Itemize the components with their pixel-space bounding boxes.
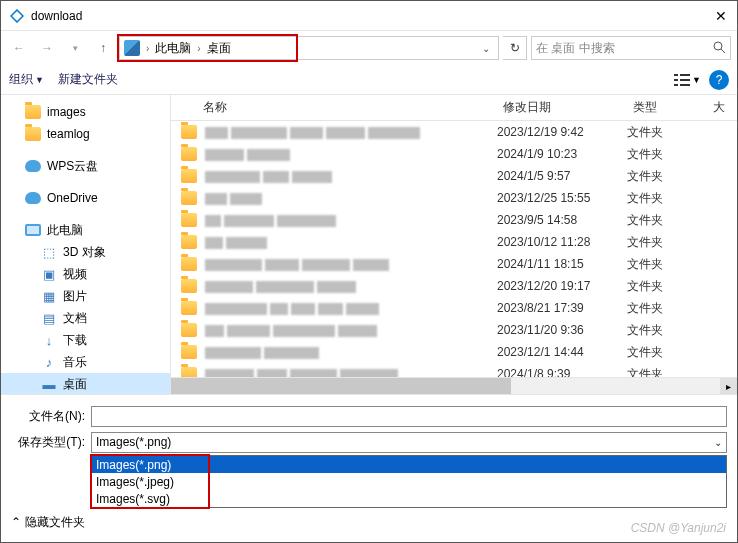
sidebar-item[interactable]: ▦图片 — [1, 285, 170, 307]
nav-icon: ▣ — [41, 266, 57, 282]
file-row[interactable]: 2023/12/25 15:55文件夹 — [171, 187, 737, 209]
file-row[interactable]: 2024/1/11 18:15文件夹 — [171, 253, 737, 275]
organize-button[interactable]: 组织 ▼ — [9, 71, 44, 88]
breadcrumb-current[interactable]: 桌面 — [207, 40, 231, 57]
file-row[interactable]: 2024/1/9 10:23文件夹 — [171, 143, 737, 165]
file-row[interactable]: 2023/10/12 11:28文件夹 — [171, 231, 737, 253]
filetype-option[interactable]: Images(*.png) — [92, 456, 726, 473]
sidebar-item[interactable]: ⬚3D 对象 — [1, 241, 170, 263]
filetype-dropdown[interactable]: Images(*.png)Images(*.jpeg)Images(*.svg) — [91, 455, 727, 508]
address-dropdown-button[interactable]: ⌄ — [478, 43, 494, 54]
address-bar[interactable]: › 此电脑 › 桌面 ⌄ — [119, 36, 499, 60]
header-type[interactable]: 类型 — [627, 99, 707, 116]
file-type: 文件夹 — [627, 212, 707, 229]
sidebar-item[interactable]: ▤文档 — [1, 307, 170, 329]
sidebar: imagesteamlogWPS云盘OneDrive此电脑⬚3D 对象▣视频▦图… — [1, 95, 171, 394]
filetype-combo[interactable]: Images(*.png) ⌄ — [91, 432, 727, 453]
header-date[interactable]: 修改日期 — [497, 99, 627, 116]
nav-forward-button[interactable]: → — [35, 36, 59, 60]
file-type: 文件夹 — [627, 344, 707, 361]
help-button[interactable]: ? — [709, 70, 729, 90]
file-date: 2023/12/20 19:17 — [497, 279, 627, 293]
file-row[interactable]: 2024/1/5 9:57文件夹 — [171, 165, 737, 187]
folder-icon — [181, 367, 197, 377]
file-row[interactable]: 2024/1/8 9:39文件夹 — [171, 363, 737, 377]
search-input[interactable]: 在 桌面 中搜索 — [531, 36, 731, 60]
file-date: 2023/12/25 15:55 — [497, 191, 627, 205]
sidebar-item-label: 桌面 — [63, 376, 87, 393]
file-date: 2024/1/5 9:57 — [497, 169, 627, 183]
nav-back-button[interactable]: ← — [7, 36, 31, 60]
close-button[interactable]: ✕ — [713, 8, 729, 24]
folder-icon — [181, 125, 197, 139]
sidebar-item[interactable]: ▣视频 — [1, 263, 170, 285]
sidebar-item-label: 下载 — [63, 332, 87, 349]
chevron-up-icon: ⌃ — [11, 515, 21, 529]
file-row[interactable]: 2023/9/5 14:58文件夹 — [171, 209, 737, 231]
file-name-blurred — [205, 125, 497, 139]
file-name-blurred — [205, 323, 497, 337]
file-row[interactable]: 2023/12/1 14:44文件夹 — [171, 341, 737, 363]
breadcrumb-root[interactable]: 此电脑 — [155, 40, 191, 57]
sidebar-item[interactable]: teamlog — [1, 123, 170, 145]
sidebar-item[interactable]: 此电脑 — [1, 219, 170, 241]
svg-rect-7 — [680, 84, 690, 86]
window-title: download — [31, 9, 713, 23]
sidebar-item[interactable]: ↓下载 — [1, 329, 170, 351]
header-name[interactable]: 名称 — [197, 99, 497, 116]
file-row[interactable]: 2023/12/19 9:42文件夹 — [171, 121, 737, 143]
folder-icon — [181, 345, 197, 359]
new-folder-button[interactable]: 新建文件夹 — [58, 71, 118, 88]
sidebar-item[interactable]: WPS云盘 — [1, 155, 170, 177]
file-row[interactable]: 2023/8/21 17:39文件夹 — [171, 297, 737, 319]
sidebar-item-label: 音乐 — [63, 354, 87, 371]
sidebar-item-label: images — [47, 105, 86, 119]
file-date: 2023/12/1 14:44 — [497, 345, 627, 359]
nav-icon: ▦ — [41, 288, 57, 304]
file-row[interactable]: 2023/12/20 19:17文件夹 — [171, 275, 737, 297]
sidebar-item[interactable]: ♪音乐 — [1, 351, 170, 373]
folder-icon — [181, 169, 197, 183]
view-options-button[interactable]: ▼ — [674, 74, 701, 86]
pc-icon — [124, 40, 140, 56]
file-date: 2024/1/9 10:23 — [497, 147, 627, 161]
filename-label: 文件名(N): — [11, 408, 85, 425]
filetype-option[interactable]: Images(*.svg) — [92, 490, 726, 507]
folder-icon — [181, 235, 197, 249]
folder-icon — [181, 257, 197, 271]
search-icon — [712, 40, 726, 57]
scroll-right-button[interactable]: ▸ — [720, 378, 737, 394]
folder-icon — [181, 191, 197, 205]
svg-point-0 — [714, 42, 722, 50]
scrollbar-thumb[interactable] — [171, 378, 511, 394]
file-type: 文件夹 — [627, 124, 707, 141]
sidebar-item[interactable]: ▬桌面 — [1, 373, 170, 394]
file-date: 2023/10/12 11:28 — [497, 235, 627, 249]
hide-folders-button[interactable]: ⌃ 隐藏文件夹 — [11, 514, 85, 531]
nav-up-button[interactable]: ↑ — [91, 36, 115, 60]
file-date: 2024/1/8 9:39 — [497, 367, 627, 377]
header-size[interactable]: 大 — [707, 99, 737, 116]
chevron-right-icon: › — [146, 43, 149, 54]
svg-rect-4 — [674, 79, 678, 81]
file-list[interactable]: 2023/12/19 9:42文件夹2024/1/9 10:23文件夹2024/… — [171, 121, 737, 377]
file-row[interactable]: 2023/11/20 9:36文件夹 — [171, 319, 737, 341]
folder-icon — [181, 147, 197, 161]
file-date: 2024/1/11 18:15 — [497, 257, 627, 271]
filename-input[interactable] — [91, 406, 727, 427]
horizontal-scrollbar[interactable]: ▸ — [171, 377, 737, 394]
refresh-button[interactable]: ↻ — [503, 36, 527, 60]
folder-icon — [181, 279, 197, 293]
file-name-blurred — [205, 257, 497, 271]
sidebar-item-label: 图片 — [63, 288, 87, 305]
chevron-down-icon: ⌄ — [714, 437, 722, 448]
sidebar-item[interactable]: OneDrive — [1, 187, 170, 209]
sidebar-item-label: 3D 对象 — [63, 244, 106, 261]
svg-rect-3 — [680, 74, 690, 76]
sidebar-item-label: 视频 — [63, 266, 87, 283]
nav-recent-button[interactable]: ▾ — [63, 36, 87, 60]
filetype-option[interactable]: Images(*.jpeg) — [92, 473, 726, 490]
nav-icon: ♪ — [41, 354, 57, 370]
sidebar-item[interactable]: images — [1, 101, 170, 123]
file-name-blurred — [205, 169, 497, 183]
